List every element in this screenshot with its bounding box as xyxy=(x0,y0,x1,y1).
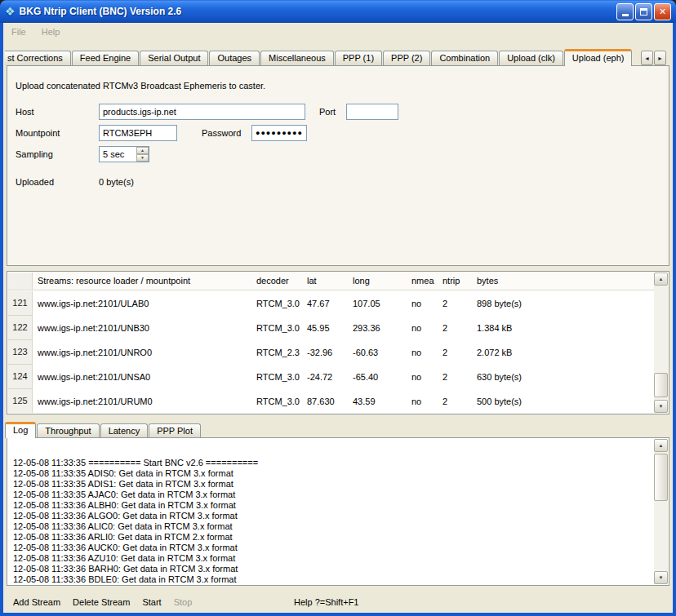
cell-num: 123 xyxy=(8,340,33,365)
tab-st-corrections[interactable]: st Corrections xyxy=(5,51,71,65)
cell-ntrip: 2 xyxy=(438,340,472,365)
tab-scroll-buttons: ◄ ► xyxy=(641,51,666,65)
cell-ntrip: 2 xyxy=(438,291,472,316)
up-arrow-icon: ▲ xyxy=(659,277,664,281)
sampling-decrement-button[interactable]: ▼ xyxy=(136,154,149,162)
cell-nmea: no xyxy=(407,389,438,413)
uploaded-value: 0 byte(s) xyxy=(99,177,134,187)
scroll-thumb[interactable] xyxy=(654,373,668,397)
add-stream-button[interactable]: Add Stream xyxy=(13,597,60,607)
tab-scroll-left-button[interactable]: ◄ xyxy=(641,51,653,65)
mountpoint-input[interactable] xyxy=(99,125,177,141)
table-row[interactable]: 122www.igs-ip.net:2101/UNB30RTCM_3.045.9… xyxy=(8,316,654,340)
down-arrow-icon: ▼ xyxy=(659,575,664,580)
tab-ppp-plot[interactable]: PPP Plot xyxy=(149,423,201,437)
cell-decoder: RTCM_3.0 xyxy=(251,389,302,413)
tab-log[interactable]: Log xyxy=(5,422,36,438)
cell-stream: www.igs-ip.net:2101/UNRO0 xyxy=(33,340,251,365)
port-label: Port xyxy=(319,107,336,117)
cell-lat: -24.72 xyxy=(302,365,348,389)
cell-nmea: no xyxy=(407,340,438,365)
scroll-up-button[interactable]: ▲ xyxy=(654,273,668,286)
scroll-up-button[interactable]: ▲ xyxy=(654,439,668,452)
sampling-increment-button[interactable]: ▲ xyxy=(136,147,149,154)
log-line: 12-05-08 11:33:36 ALIC0: Get data in RTC… xyxy=(13,521,654,532)
maximize-button[interactable] xyxy=(635,3,652,20)
tab-scroll-right-button[interactable]: ► xyxy=(654,51,666,65)
cell-lat: 47.67 xyxy=(302,291,348,316)
mountpoint-label: Mountpoint xyxy=(16,128,60,138)
log-line: 12-05-08 11:33:36 BDLE0: Get data in RTC… xyxy=(13,574,654,584)
app-window: ❖ BKG Ntrip Client (BNC) Version 2.6 ✕ F… xyxy=(0,0,676,616)
title-bar: ❖ BKG Ntrip Client (BNC) Version 2.6 ✕ xyxy=(0,0,676,23)
stop-button[interactable]: Stop xyxy=(174,597,193,607)
port-input[interactable] xyxy=(346,104,398,120)
bottom-bar: Add StreamDelete StreamStartStop Help ?=… xyxy=(3,591,673,613)
tab-combination[interactable]: Combination xyxy=(431,51,498,65)
delete-stream-button[interactable]: Delete Stream xyxy=(73,597,130,607)
menu-file[interactable]: File xyxy=(11,27,26,37)
log-output[interactable]: 12-05-08 11:33:35 ========== Start BNC v… xyxy=(8,439,654,584)
cell-nmea: no xyxy=(407,291,438,316)
sampling-spin-buttons: ▲ ▼ xyxy=(136,147,149,162)
tab-upload-clk[interactable]: Upload (clk) xyxy=(499,51,563,65)
cell-bytes: 500 byte(s) xyxy=(472,389,654,413)
cell-bytes: 898 byte(s) xyxy=(472,291,654,316)
log-line: 12-05-08 11:33:36 BARH0: Get data in RTC… xyxy=(13,564,654,574)
cell-ntrip: 2 xyxy=(438,316,472,340)
streams-table-body: 121www.igs-ip.net:2101/ULAB0RTCM_3.047.6… xyxy=(8,291,654,413)
table-row[interactable]: 123www.igs-ip.net:2101/UNRO0RTCM_2.3-32.… xyxy=(8,340,654,365)
scroll-down-button[interactable]: ▼ xyxy=(654,571,668,584)
minimize-button[interactable] xyxy=(616,3,634,20)
table-row[interactable]: 125www.igs-ip.net:2101/URUM0RTCM_3.087.6… xyxy=(8,389,654,413)
cell-bytes: 2.072 kB xyxy=(472,340,654,365)
table-row[interactable]: 124www.igs-ip.net:2101/UNSA0RTCM_3.0-24.… xyxy=(8,365,654,389)
log-line: 12-05-08 11:33:36 AUCK0: Get data in RTC… xyxy=(13,543,654,553)
sampling-spinbox[interactable]: 5 sec ▲ ▼ xyxy=(99,146,149,162)
cell-num: 121 xyxy=(8,291,33,316)
close-button[interactable]: ✕ xyxy=(654,3,671,20)
bottom-actions: Add StreamDelete StreamStartStop xyxy=(13,597,192,607)
tab-miscellaneous[interactable]: Miscellaneous xyxy=(260,51,334,65)
table-row[interactable]: 121www.igs-ip.net:2101/ULAB0RTCM_3.047.6… xyxy=(8,291,654,316)
streams-header-row: Streams: resource loader / mountpointdec… xyxy=(8,273,654,290)
app-icon: ❖ xyxy=(5,5,16,18)
window-controls: ✕ xyxy=(616,3,671,20)
cell-decoder: RTCM_3.0 xyxy=(251,291,302,316)
uploaded-label: Uploaded xyxy=(16,177,54,187)
menu-bar: File Help xyxy=(3,23,673,41)
log-scrollbar[interactable]: ▲ ▼ xyxy=(654,439,668,584)
tab-outages[interactable]: Outages xyxy=(209,51,260,65)
scroll-down-button[interactable]: ▼ xyxy=(654,400,668,413)
tab-ppp-2[interactable]: PPP (2) xyxy=(383,51,430,65)
tab-serial-output[interactable]: Serial Output xyxy=(140,51,208,65)
up-arrow-icon: ▲ xyxy=(659,443,664,448)
tab-throughput[interactable]: Throughput xyxy=(37,423,99,437)
cell-nmea: no xyxy=(407,316,438,340)
tab-feed-engine[interactable]: Feed Engine xyxy=(72,51,139,65)
scroll-thumb[interactable] xyxy=(654,454,668,501)
cell-long: 293.36 xyxy=(348,316,407,340)
log-line: 12-05-08 11:33:35 ADIS0: Get data in RTC… xyxy=(13,468,654,479)
tab-upload-eph[interactable]: Upload (eph) xyxy=(564,49,633,66)
column-header-stream: Streams: resource loader / mountpoint xyxy=(33,273,251,290)
cell-num: 125 xyxy=(8,389,33,413)
start-button[interactable]: Start xyxy=(142,597,161,607)
panel-description: Upload concatenated RTCMv3 Broadcast Eph… xyxy=(16,81,265,91)
password-input[interactable] xyxy=(251,125,307,141)
cell-num: 124 xyxy=(8,365,33,389)
main-tab-bar: st CorrectionsFeed EngineSerial OutputOu… xyxy=(5,49,640,66)
log-panel: 12-05-08 11:33:35 ========== Start BNC v… xyxy=(7,437,669,586)
column-header-ntrip: ntrip xyxy=(438,273,472,290)
host-input[interactable] xyxy=(99,104,305,120)
tab-ppp-1[interactable]: PPP (1) xyxy=(335,51,382,65)
streams-scrollbar[interactable]: ▲ ▼ xyxy=(654,273,668,413)
cell-long: 43.59 xyxy=(348,389,407,413)
maximize-icon xyxy=(640,8,647,16)
menu-help[interactable]: Help xyxy=(42,27,60,37)
sampling-label: Sampling xyxy=(16,149,53,159)
tab-latency[interactable]: Latency xyxy=(100,423,149,437)
cell-decoder: RTCM_3.0 xyxy=(251,316,302,340)
host-label: Host xyxy=(16,107,34,117)
cell-stream: www.igs-ip.net:2101/ULAB0 xyxy=(33,291,251,316)
